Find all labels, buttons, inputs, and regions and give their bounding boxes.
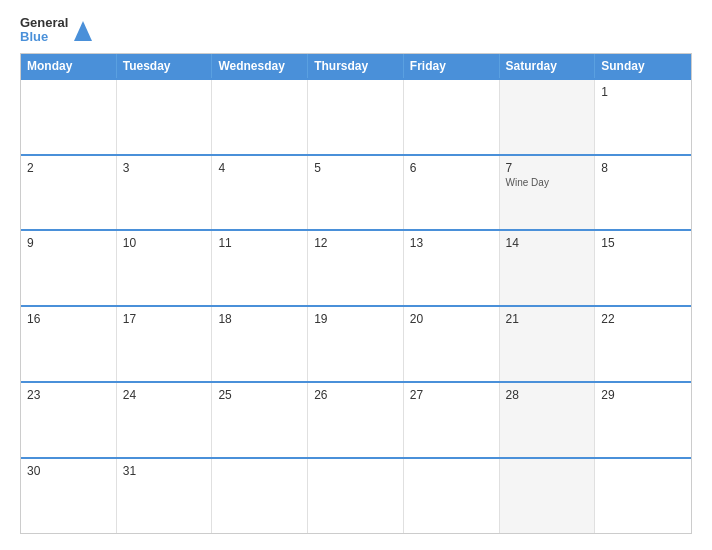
calendar-header-cell: Friday xyxy=(404,54,500,78)
calendar-row: 9101112131415 xyxy=(21,229,691,305)
calendar-cell xyxy=(500,80,596,154)
calendar-cell: 7Wine Day xyxy=(500,156,596,230)
calendar-cell: 31 xyxy=(117,459,213,533)
calendar-cell xyxy=(404,80,500,154)
calendar-cell: 13 xyxy=(404,231,500,305)
calendar-header-cell: Tuesday xyxy=(117,54,213,78)
calendar-cell: 24 xyxy=(117,383,213,457)
calendar-cell xyxy=(212,459,308,533)
day-number: 3 xyxy=(123,161,206,175)
day-number: 4 xyxy=(218,161,301,175)
header: General Blue xyxy=(20,16,692,45)
calendar-cell: 21 xyxy=(500,307,596,381)
logo-blue-text: Blue xyxy=(20,30,48,44)
day-number: 26 xyxy=(314,388,397,402)
calendar-cell: 20 xyxy=(404,307,500,381)
calendar-cell: 14 xyxy=(500,231,596,305)
day-number: 24 xyxy=(123,388,206,402)
calendar-cell: 28 xyxy=(500,383,596,457)
day-number: 18 xyxy=(218,312,301,326)
day-number: 6 xyxy=(410,161,493,175)
calendar-cell xyxy=(212,80,308,154)
calendar-cell: 11 xyxy=(212,231,308,305)
calendar-row: 1 xyxy=(21,78,691,154)
day-number: 31 xyxy=(123,464,206,478)
calendar-cell: 1 xyxy=(595,80,691,154)
calendar-header-cell: Monday xyxy=(21,54,117,78)
day-number: 22 xyxy=(601,312,685,326)
calendar-cell: 23 xyxy=(21,383,117,457)
calendar-body: 1234567Wine Day8910111213141516171819202… xyxy=(21,78,691,533)
calendar-cell: 27 xyxy=(404,383,500,457)
day-number: 23 xyxy=(27,388,110,402)
day-number: 12 xyxy=(314,236,397,250)
calendar-cell: 22 xyxy=(595,307,691,381)
calendar-row: 23242526272829 xyxy=(21,381,691,457)
calendar-cell: 3 xyxy=(117,156,213,230)
calendar-cell: 9 xyxy=(21,231,117,305)
calendar-cell: 2 xyxy=(21,156,117,230)
day-number: 20 xyxy=(410,312,493,326)
calendar-cell xyxy=(500,459,596,533)
event-label: Wine Day xyxy=(506,177,589,188)
calendar-header-cell: Saturday xyxy=(500,54,596,78)
page: General Blue MondayTuesdayWednesdayThurs… xyxy=(0,0,712,550)
calendar-cell: 8 xyxy=(595,156,691,230)
logo-triangle-icon xyxy=(74,21,92,41)
day-number: 8 xyxy=(601,161,685,175)
calendar-cell: 26 xyxy=(308,383,404,457)
day-number: 21 xyxy=(506,312,589,326)
day-number: 14 xyxy=(506,236,589,250)
calendar-cell: 10 xyxy=(117,231,213,305)
calendar-cell xyxy=(308,459,404,533)
day-number: 11 xyxy=(218,236,301,250)
day-number: 17 xyxy=(123,312,206,326)
day-number: 15 xyxy=(601,236,685,250)
calendar-header-cell: Thursday xyxy=(308,54,404,78)
calendar-header-cell: Wednesday xyxy=(212,54,308,78)
day-number: 16 xyxy=(27,312,110,326)
calendar-cell: 18 xyxy=(212,307,308,381)
calendar-row: 3031 xyxy=(21,457,691,533)
calendar-cell: 19 xyxy=(308,307,404,381)
calendar-cell xyxy=(117,80,213,154)
day-number: 7 xyxy=(506,161,589,175)
day-number: 2 xyxy=(27,161,110,175)
calendar-header-cell: Sunday xyxy=(595,54,691,78)
calendar-cell xyxy=(21,80,117,154)
day-number: 9 xyxy=(27,236,110,250)
day-number: 30 xyxy=(27,464,110,478)
day-number: 13 xyxy=(410,236,493,250)
day-number: 5 xyxy=(314,161,397,175)
day-number: 19 xyxy=(314,312,397,326)
day-number: 1 xyxy=(601,85,685,99)
calendar-cell: 4 xyxy=(212,156,308,230)
logo: General Blue xyxy=(20,16,92,45)
calendar-cell xyxy=(404,459,500,533)
calendar-header-row: MondayTuesdayWednesdayThursdayFridaySatu… xyxy=(21,54,691,78)
day-number: 25 xyxy=(218,388,301,402)
calendar-row: 16171819202122 xyxy=(21,305,691,381)
calendar-cell: 12 xyxy=(308,231,404,305)
day-number: 29 xyxy=(601,388,685,402)
calendar-row: 234567Wine Day8 xyxy=(21,154,691,230)
calendar-cell: 6 xyxy=(404,156,500,230)
calendar-cell: 25 xyxy=(212,383,308,457)
calendar-cell: 17 xyxy=(117,307,213,381)
calendar-cell: 15 xyxy=(595,231,691,305)
calendar-cell: 5 xyxy=(308,156,404,230)
calendar-cell: 29 xyxy=(595,383,691,457)
logo-general-text: General xyxy=(20,16,68,30)
calendar: MondayTuesdayWednesdayThursdayFridaySatu… xyxy=(20,53,692,534)
calendar-cell: 30 xyxy=(21,459,117,533)
calendar-cell xyxy=(595,459,691,533)
day-number: 27 xyxy=(410,388,493,402)
day-number: 10 xyxy=(123,236,206,250)
calendar-cell xyxy=(308,80,404,154)
day-number: 28 xyxy=(506,388,589,402)
calendar-cell: 16 xyxy=(21,307,117,381)
